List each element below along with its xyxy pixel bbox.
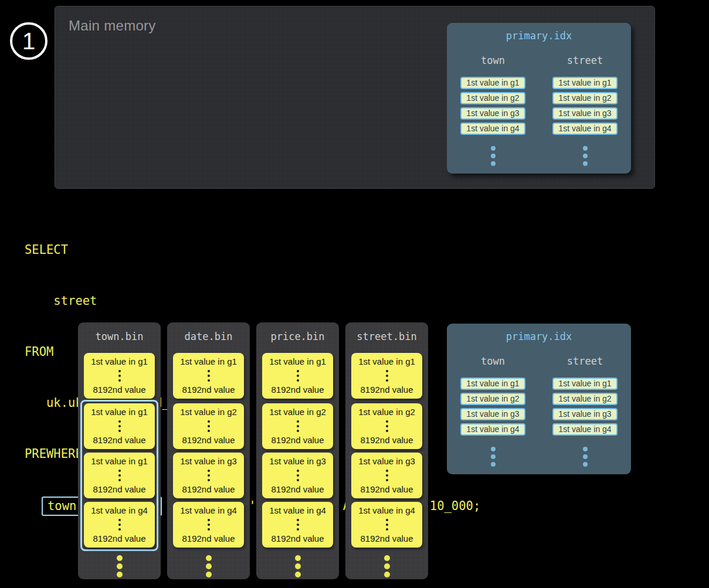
granule-last-value: 8192nd value <box>271 533 324 543</box>
primary-idx-columns: town 1st value in g1 1st value in g2 1st… <box>447 55 631 166</box>
index-mark-chip: 1st value in g4 <box>552 123 618 135</box>
idx-column-street: street 1st value in g1 1st value in g2 1… <box>539 55 631 166</box>
granule-last-value: 8192nd value <box>93 533 145 543</box>
granule-first-value: 1st value in g2 <box>358 407 415 417</box>
vertical-ellipsis-icon <box>118 420 121 432</box>
index-mark-chip: 1st value in g3 <box>552 408 618 420</box>
bin-file-title: price.bin <box>270 331 324 342</box>
index-mark-chip: 1st value in g4 <box>552 423 618 436</box>
vertical-ellipsis-icon <box>118 470 121 481</box>
sql-line: SELECT <box>25 242 480 259</box>
granule-first-value: 1st value in g1 <box>91 407 148 417</box>
granule-first-value: 1st value in g1 <box>91 456 148 466</box>
granule-first-value: 1st value in g4 <box>91 505 148 515</box>
sql-line: street <box>25 293 480 310</box>
bin-column-price: price.bin 1st value in g1 8192nd value 1… <box>256 322 339 579</box>
vertical-ellipsis-icon <box>118 370 121 382</box>
granule-block: 1st value in g4 8192nd value <box>351 502 422 548</box>
bin-column-date: date.bin 1st value in g1 8192nd value 1s… <box>167 322 250 579</box>
granule-block: 1st value in g1 8192nd value <box>262 353 333 399</box>
index-mark-chip: 1st value in g2 <box>460 393 525 405</box>
index-mark-chip: 1st value in g1 <box>552 77 618 89</box>
granule-block: 1st value in g3 8192nd value <box>351 453 422 498</box>
granule-last-value: 8192nd value <box>182 533 235 543</box>
bin-column-town: town.bin 1st value in g1 8192nd value 1s… <box>78 322 161 579</box>
idx-column-town: town 1st value in g1 1st value in g2 1st… <box>447 355 539 467</box>
idx-column-street: street 1st value in g1 1st value in g2 1… <box>539 355 631 467</box>
vertical-ellipsis-icon <box>208 370 210 382</box>
main-memory-panel: Main memory primary.idx town 1st value i… <box>55 6 655 189</box>
idx-column-header: town <box>481 355 505 367</box>
vertical-ellipsis-icon <box>297 370 299 382</box>
vertical-ellipsis-icon <box>386 470 388 481</box>
index-mark-chip: 1st value in g2 <box>552 92 618 104</box>
bin-column-street: street.bin 1st value in g1 8192nd value … <box>345 322 428 579</box>
step-number-badge: 1 <box>10 22 48 60</box>
granule-first-value: 1st value in g2 <box>269 407 326 417</box>
vertical-ellipsis-icon <box>583 146 588 166</box>
index-mark-chip: 1st value in g3 <box>552 107 618 120</box>
vertical-ellipsis-icon <box>386 420 388 432</box>
granule-group: 1st value in g2 8192nd value 1st value i… <box>169 400 247 551</box>
granule-group: 1st value in g2 8192nd value 1st value i… <box>348 400 426 551</box>
vertical-ellipsis-icon <box>384 555 390 577</box>
index-mark-chip: 1st value in g2 <box>552 393 618 405</box>
granule-first-value: 1st value in g1 <box>91 356 148 366</box>
idx-column-header: street <box>567 55 603 66</box>
granule-block: 1st value in g3 8192nd value <box>173 453 244 498</box>
index-mark-chip: 1st value in g2 <box>460 92 525 104</box>
index-mark-chip: 1st value in g3 <box>460 107 525 120</box>
granule-last-value: 8192nd value <box>360 435 413 445</box>
granule-block: 1st value in g1 8192nd value <box>173 353 244 399</box>
granule-first-value: 1st value in g1 <box>180 356 237 366</box>
index-mark-chip: 1st value in g4 <box>460 423 525 436</box>
step-number: 1 <box>22 29 35 53</box>
index-mark-chip: 1st value in g1 <box>460 77 525 89</box>
granule-block: 1st value in g2 8192nd value <box>262 403 333 449</box>
primary-idx-card-disk: primary.idx town 1st value in g1 1st val… <box>447 324 631 474</box>
idx-column-header: town <box>481 55 505 66</box>
granule-block: 1st value in g2 8192nd value <box>351 403 422 449</box>
granule-last-value: 8192nd value <box>93 385 145 395</box>
granule-first-value: 1st value in g4 <box>180 505 237 515</box>
primary-idx-card-memory: primary.idx town 1st value in g1 1st val… <box>447 23 631 174</box>
granule-block: 1st value in g3 8192nd value <box>262 453 333 498</box>
primary-idx-columns: town 1st value in g1 1st value in g2 1st… <box>447 355 631 467</box>
granule-last-value: 8192nd value <box>360 385 413 395</box>
primary-idx-title: primary.idx <box>447 30 631 42</box>
granule-last-value: 8192nd value <box>360 533 413 543</box>
granule-last-value: 8192nd value <box>360 484 413 494</box>
selected-granules-highlight: 1st value in g1 8192nd value 1st value i… <box>80 400 158 551</box>
index-mark-chip: 1st value in g4 <box>460 123 525 135</box>
index-mark-chip: 1st value in g1 <box>552 378 618 390</box>
bin-file-title: street.bin <box>357 331 416 342</box>
vertical-ellipsis-icon <box>118 519 121 531</box>
prewhere-diagram: 1 Main memory primary.idx town 1st value… <box>0 0 709 588</box>
granule-last-value: 8192nd value <box>93 435 145 445</box>
vertical-ellipsis-icon <box>295 555 301 577</box>
granule-last-value: 8192nd value <box>182 435 235 445</box>
granule-block: 1st value in g1 8192nd value <box>351 353 422 399</box>
vertical-ellipsis-icon <box>386 370 388 382</box>
granule-last-value: 8192nd value <box>182 484 235 494</box>
vertical-ellipsis-icon <box>491 447 496 467</box>
vertical-ellipsis-icon <box>297 519 299 531</box>
vertical-ellipsis-icon <box>208 420 210 432</box>
granule-block: 1st value in g1 8192nd value <box>84 353 155 399</box>
granule-first-value: 1st value in g3 <box>358 456 415 466</box>
bin-file-title: date.bin <box>185 331 233 342</box>
granule-first-value: 1st value in g3 <box>180 456 237 466</box>
granule-last-value: 8192nd value <box>271 385 324 395</box>
granule-group: 1st value in g2 8192nd value 1st value i… <box>259 400 337 551</box>
vertical-ellipsis-icon <box>386 519 388 531</box>
primary-idx-title: primary.idx <box>447 331 631 342</box>
granule-last-value: 8192nd value <box>93 484 145 494</box>
vertical-ellipsis-icon <box>208 519 210 531</box>
main-memory-title: Main memory <box>69 18 156 34</box>
vertical-ellipsis-icon <box>117 555 123 577</box>
granule-last-value: 8192nd value <box>182 385 235 395</box>
vertical-ellipsis-icon <box>491 146 496 166</box>
vertical-ellipsis-icon <box>297 420 299 432</box>
granule-first-value: 1st value in g1 <box>269 356 326 366</box>
idx-column-town: town 1st value in g1 1st value in g2 1st… <box>447 55 539 166</box>
